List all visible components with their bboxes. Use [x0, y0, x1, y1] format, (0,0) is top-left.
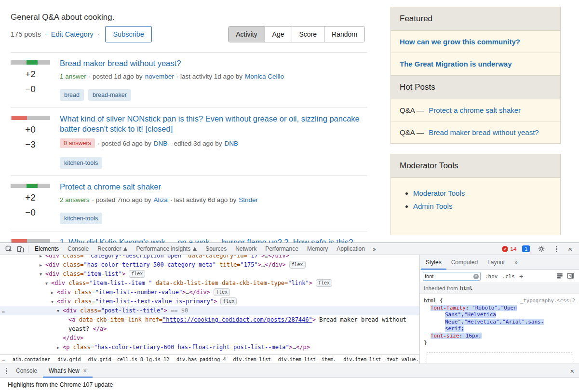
css-declaration-line[interactable]: font-size: 16px; — [424, 333, 575, 340]
featured-link[interactable]: The Great Migration is underway — [400, 60, 512, 68]
user-link[interactable]: november — [145, 73, 174, 80]
css-declaration-line[interactable]: font-family: "Roboto","Open — [424, 305, 575, 312]
featured-item[interactable]: How can we grow this community? — [391, 31, 560, 53]
new-style-rule-button[interactable]: + — [519, 272, 523, 280]
element-classes-button[interactable]: .cls — [502, 273, 515, 280]
dom-tree-row[interactable]: ▾<div class="post-list--title"> == $0… — [0, 306, 419, 315]
breadcrumb-item[interactable]: div.grid--cell.is-8-lg.is-12 — [88, 357, 169, 362]
close-drawer-button[interactable]: × — [568, 367, 576, 375]
user-link[interactable]: Strider — [239, 196, 258, 203]
hot-post-item[interactable]: Q&A — Bread maker bread without yeast? — [391, 122, 560, 143]
css-selector[interactable]: html { — [424, 297, 443, 305]
post-list-item[interactable]: +0 −3 What kind of silver NONstick pan i… — [11, 108, 367, 176]
flex-badge[interactable]: flex — [220, 297, 237, 305]
close-devtools-button[interactable]: × — [566, 245, 574, 253]
devtools-tab-performance-insights[interactable]: Performance insights — [132, 243, 201, 255]
css-declaration-line[interactable]: Sans","Helvetica — [424, 311, 575, 319]
breadcrumb-item[interactable]: div.grid — [57, 357, 81, 362]
breadcrumb-item[interactable]: div.item-list--text-value.is-prim — [343, 357, 419, 362]
styles-tab-styles[interactable]: Styles — [421, 255, 446, 270]
hot-post-link[interactable]: Bread maker bread without yeast? — [429, 128, 539, 136]
devtools-menu-icon[interactable] — [553, 246, 560, 252]
devtools-tab-application[interactable]: Application — [332, 243, 369, 255]
moderator-tools-link[interactable]: Moderator Tools — [413, 189, 465, 197]
breadcrumb-item[interactable]: ain.container — [13, 357, 50, 362]
devtools-tab-performance[interactable]: Performance — [261, 243, 303, 255]
devtools-tab-memory[interactable]: Memory — [303, 243, 332, 255]
dom-tree-row[interactable]: ▸<div class="has-color-tertiary-500 cate… — [0, 260, 419, 270]
rendering-options-icon[interactable] — [556, 272, 563, 281]
post-list-item[interactable]: +2 −0 Protect a chrome salt shaker 2 ans… — [11, 176, 367, 231]
dom-tree-row[interactable]: yeast? </a> — [0, 324, 419, 334]
sort-tab-age[interactable]: Age — [265, 27, 292, 42]
post-title-link[interactable]: Protect a chrome salt shaker — [60, 182, 367, 192]
expand-node-arrow-icon[interactable]: ▸ — [51, 288, 57, 297]
post-title-link[interactable]: 1. Why did Kylie Kwong's wok — on a wok … — [60, 237, 367, 243]
dom-tree-row[interactable]: ▾<div class="item-list--text-value is-pr… — [0, 297, 419, 306]
tag-pill[interactable]: kitchen-tools — [60, 157, 102, 169]
breadcrumb-item[interactable]: … — [2, 357, 5, 362]
user-link[interactable]: DNB — [224, 140, 238, 147]
style-filter-input[interactable] — [425, 273, 473, 279]
inspect-element-icon[interactable] — [3, 243, 14, 254]
user-link[interactable]: Aliza — [154, 196, 168, 203]
breadcrumb-item[interactable]: div.item-list--item. — [278, 357, 336, 362]
css-declaration-line[interactable]: serif; — [424, 325, 575, 333]
css-declaration-line[interactable]: Neue","Helvetica","Arial",sans- — [424, 319, 575, 326]
edit-category-link[interactable]: Edit Category — [51, 30, 94, 38]
admin-tools-link[interactable]: Admin Tools — [413, 202, 452, 210]
collapse-node-arrow-icon[interactable]: ▾ — [45, 279, 51, 288]
clear-filter-icon[interactable]: × — [473, 274, 479, 279]
more-styles-tabs-button[interactable]: » — [510, 255, 523, 270]
dom-tree-row[interactable]: ▸<div class="item-list--number-value">…<… — [0, 288, 419, 297]
settings-gear-icon[interactable] — [536, 243, 547, 254]
styles-tab-computed[interactable]: Computed — [446, 255, 483, 270]
style-filter-box[interactable]: × — [423, 272, 481, 281]
dom-tree-row[interactable]: ▾<div class="item-list">flex — [0, 270, 419, 279]
dom-tree-row[interactable]: </div> — [0, 334, 419, 343]
sort-tab-random[interactable]: Random — [324, 27, 364, 42]
hot-post-item[interactable]: Q&A — Protect a chrome salt shaker — [391, 99, 560, 122]
dom-tree-row[interactable]: ▸<div class=" category--description open… — [0, 255, 419, 260]
drawer-tab-console[interactable]: Console — [10, 364, 43, 378]
device-toolbar-icon[interactable] — [14, 243, 26, 254]
post-title-link[interactable]: What kind of silver NONstick pan is this… — [60, 114, 367, 134]
sort-tab-activity[interactable]: Activity — [229, 27, 264, 42]
devtools-tab-console[interactable]: Console — [63, 243, 93, 255]
tag-pill[interactable]: bread-maker — [88, 89, 131, 101]
expand-node-arrow-icon[interactable]: ▸ — [57, 343, 63, 352]
post-list-item[interactable]: +2 −0 Bread maker bread without yeast? 1… — [11, 52, 367, 108]
computed-sidebar-toggle-icon[interactable] — [567, 272, 574, 281]
more-tabs-button[interactable]: » — [369, 245, 379, 253]
sort-tab-score[interactable]: Score — [292, 27, 324, 42]
flex-badge[interactable]: flex — [316, 279, 332, 287]
subscribe-button[interactable]: Subscribe — [105, 26, 151, 42]
devtools-tab-sources[interactable]: Sources — [201, 243, 231, 255]
expand-node-arrow-icon[interactable]: ▸ — [40, 260, 45, 270]
devtools-tab-network[interactable]: Network — [231, 243, 261, 255]
flex-badge[interactable]: flex — [214, 288, 230, 296]
toggle-element-state-button[interactable]: :hov — [485, 273, 498, 280]
inherited-selector-link[interactable]: html — [460, 285, 473, 291]
hot-post-link[interactable]: Protect a chrome salt shaker — [429, 106, 521, 114]
stylesheet-source-link[interactable]: _typography.scss:2 — [520, 297, 575, 304]
featured-link[interactable]: How can we grow this community? — [400, 38, 520, 46]
drawer-tab-whats-new[interactable]: What's New × — [43, 364, 93, 378]
tag-pill[interactable]: bread — [60, 89, 84, 101]
flex-badge[interactable]: flex — [289, 261, 306, 269]
post-title-link[interactable]: Bread maker bread without yeast? — [60, 58, 367, 68]
devtools-tab-elements[interactable]: Elements — [30, 243, 63, 255]
devtools-tab-recorder[interactable]: Recorder — [93, 243, 132, 255]
dom-tree-row[interactable]: ▸<p class="has-color-tertiary-600 has-fl… — [0, 343, 419, 352]
console-errors-badge[interactable]: × 14 — [502, 246, 516, 252]
styles-tab-layout[interactable]: Layout — [483, 255, 510, 270]
breadcrumb-item[interactable]: div.item-list — [233, 357, 270, 362]
post-list-item[interactable]: 1. Why did Kylie Kwong's wok — on a wok … — [11, 231, 367, 243]
breadcrumb-item[interactable]: div.has-padding-4 — [176, 357, 226, 362]
expand-node-arrow-icon[interactable]: ▸ — [40, 255, 45, 260]
featured-item[interactable]: The Great Migration is underway — [391, 53, 560, 75]
tag-pill[interactable]: kitchen-tools — [60, 213, 102, 224]
flex-badge[interactable]: flex — [129, 270, 145, 278]
user-link[interactable]: DNB — [154, 140, 168, 147]
drawer-menu-icon[interactable] — [3, 368, 10, 374]
